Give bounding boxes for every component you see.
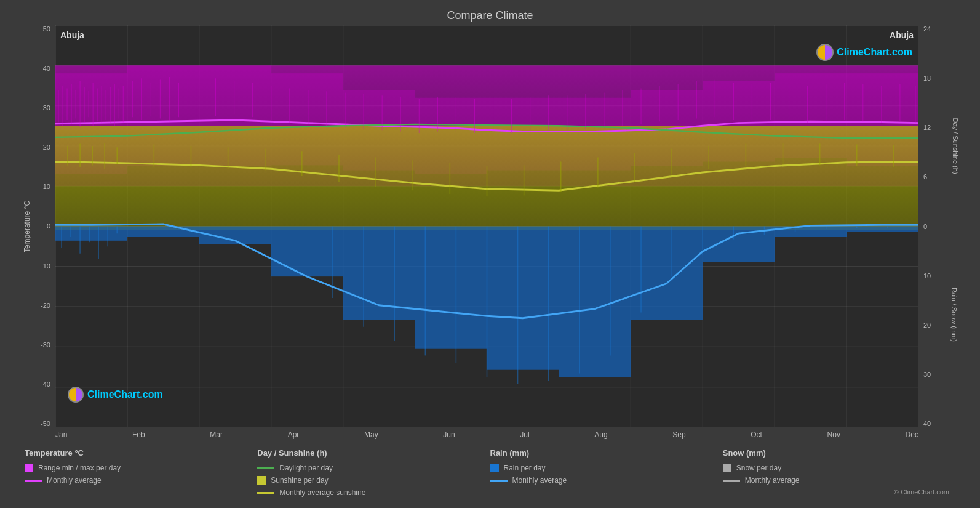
legend-item-daylight: Daylight per day bbox=[257, 464, 490, 472]
chart-title: Compare Climate bbox=[12, 6, 968, 25]
y-axis-left: Temperature °C 50 40 30 20 10 0 -10 -20 … bbox=[12, 25, 55, 427]
x-tick-dec: Dec bbox=[906, 430, 918, 439]
legend-label-sunshine-avg: Monthly average sunshine bbox=[279, 488, 365, 497]
legend-item-temp-range: Range min / max per day bbox=[25, 464, 257, 472]
y-axis-right: Day / Sunshine (h) Rain / Snow (mm) 24 1… bbox=[918, 25, 968, 427]
y-right-tick-12: 12 bbox=[923, 124, 968, 131]
y-axis-right-label-rain: Rain / Snow (mm) bbox=[950, 288, 958, 342]
legend-box-temp-range bbox=[25, 464, 33, 472]
legend-line-temp-avg bbox=[25, 480, 42, 482]
legend-title-sunshine: Day / Sunshine (h) bbox=[257, 448, 490, 458]
legend-section-sunshine: Day / Sunshine (h) Daylight per day Suns… bbox=[257, 448, 490, 499]
legend-title-snow: Snow (mm) bbox=[723, 448, 955, 458]
svg-rect-41 bbox=[271, 227, 343, 277]
y-right-tick-30: 30 bbox=[923, 371, 968, 378]
y-tick-minus20: -20 bbox=[12, 302, 50, 309]
y-tick-40: 40 bbox=[12, 65, 50, 72]
legend-title-rain: Rain (mm) bbox=[490, 448, 723, 458]
legend-item-snow-box: Snow per day bbox=[723, 464, 955, 472]
svg-rect-49 bbox=[847, 227, 918, 232]
legend-area: Temperature °C Range min / max per day M… bbox=[12, 439, 968, 502]
chart-plot: Abuja Abuja ClimeChart.com ClimeChart.co… bbox=[55, 25, 918, 427]
y-right-tick-6: 6 bbox=[923, 173, 968, 180]
legend-box-snow bbox=[723, 464, 731, 472]
legend-label-sunshine-box: Sunshine per day bbox=[271, 476, 328, 485]
legend-label-temp-avg: Monthly average bbox=[47, 476, 102, 485]
y-right-tick-0: 0 bbox=[923, 223, 968, 230]
svg-rect-43 bbox=[415, 227, 487, 349]
legend-item-snow-avg: Monthly average bbox=[723, 476, 955, 485]
legend-item-temp-avg: Monthly average bbox=[25, 476, 257, 485]
svg-rect-44 bbox=[487, 227, 559, 370]
x-tick-aug: Aug bbox=[594, 430, 607, 439]
legend-section-temperature: Temperature °C Range min / max per day M… bbox=[25, 448, 257, 499]
legend-label-rain-box: Rain per day bbox=[504, 464, 546, 472]
copyright: © ClimeChart.com bbox=[894, 488, 955, 499]
y-right-tick-20: 20 bbox=[923, 321, 968, 329]
chart-svg bbox=[55, 25, 918, 427]
legend-line-sunshine-avg bbox=[257, 492, 274, 494]
y-tick-minus50: -50 bbox=[12, 420, 50, 427]
y-right-tick-18: 18 bbox=[923, 75, 968, 82]
y-tick-minus30: -30 bbox=[12, 341, 50, 349]
y-axis-left-label: Temperature °C bbox=[23, 200, 31, 252]
legend-label-temp-range: Range min / max per day bbox=[38, 464, 121, 472]
y-tick-minus10: -10 bbox=[12, 262, 50, 270]
x-tick-may: May bbox=[364, 430, 378, 439]
y-right-tick-24: 24 bbox=[923, 25, 968, 33]
x-tick-feb: Feb bbox=[132, 430, 145, 439]
x-tick-jul: Jul bbox=[520, 430, 529, 439]
legend-box-rain bbox=[490, 464, 499, 472]
legend-section-rain: Rain (mm) Rain per day Monthly average bbox=[490, 448, 723, 499]
legend-title-temperature: Temperature °C bbox=[25, 448, 257, 458]
x-tick-sep: Sep bbox=[672, 430, 685, 439]
y-right-tick-10: 10 bbox=[923, 272, 968, 280]
x-tick-oct: Oct bbox=[751, 430, 762, 439]
svg-rect-46 bbox=[631, 227, 703, 320]
y-tick-10: 10 bbox=[12, 183, 50, 190]
x-tick-jan: Jan bbox=[55, 430, 67, 439]
legend-section-snow: Snow (mm) Snow per day Monthly average ©… bbox=[723, 448, 955, 499]
y-tick-50: 50 bbox=[12, 25, 50, 33]
svg-rect-38 bbox=[55, 227, 127, 241]
legend-line-rain-avg bbox=[490, 480, 508, 482]
x-axis-inner: Jan Feb Mar Apr May Jun Jul Aug Sep Oct … bbox=[55, 427, 918, 439]
legend-item-sunshine-box: Sunshine per day bbox=[257, 476, 490, 485]
svg-rect-45 bbox=[559, 227, 631, 377]
legend-label-snow-avg: Monthly average bbox=[745, 476, 800, 485]
svg-rect-47 bbox=[703, 227, 775, 262]
x-tick-nov: Nov bbox=[827, 430, 840, 439]
legend-label-rain-avg: Monthly average bbox=[512, 476, 567, 485]
x-tick-apr: Apr bbox=[288, 430, 300, 439]
y-axis-right-label-sunshine: Day / Sunshine (h) bbox=[951, 118, 958, 174]
y-tick-20: 20 bbox=[12, 143, 50, 151]
legend-item-rain-box: Rain per day bbox=[490, 464, 723, 472]
x-tick-mar: Mar bbox=[210, 430, 223, 439]
legend-item-rain-avg: Monthly average bbox=[490, 476, 723, 485]
y-right-tick-40: 40 bbox=[923, 420, 968, 427]
y-tick-minus40: -40 bbox=[12, 381, 50, 388]
x-axis-row: Jan Feb Mar Apr May Jun Jul Aug Sep Oct … bbox=[12, 427, 968, 439]
svg-rect-39 bbox=[127, 227, 199, 237]
legend-line-daylight bbox=[257, 467, 274, 469]
legend-line-snow-avg bbox=[723, 480, 740, 482]
legend-box-sunshine bbox=[257, 476, 266, 485]
x-tick-jun: Jun bbox=[443, 430, 455, 439]
legend-label-daylight: Daylight per day bbox=[279, 464, 333, 472]
chart-area: Temperature °C 50 40 30 20 10 0 -10 -20 … bbox=[12, 25, 968, 427]
legend-label-snow-box: Snow per day bbox=[736, 464, 781, 472]
main-container: Compare Climate Temperature °C 50 40 30 … bbox=[0, 0, 980, 508]
legend-item-sunshine-avg: Monthly average sunshine bbox=[257, 488, 490, 497]
y-tick-30: 30 bbox=[12, 104, 50, 111]
